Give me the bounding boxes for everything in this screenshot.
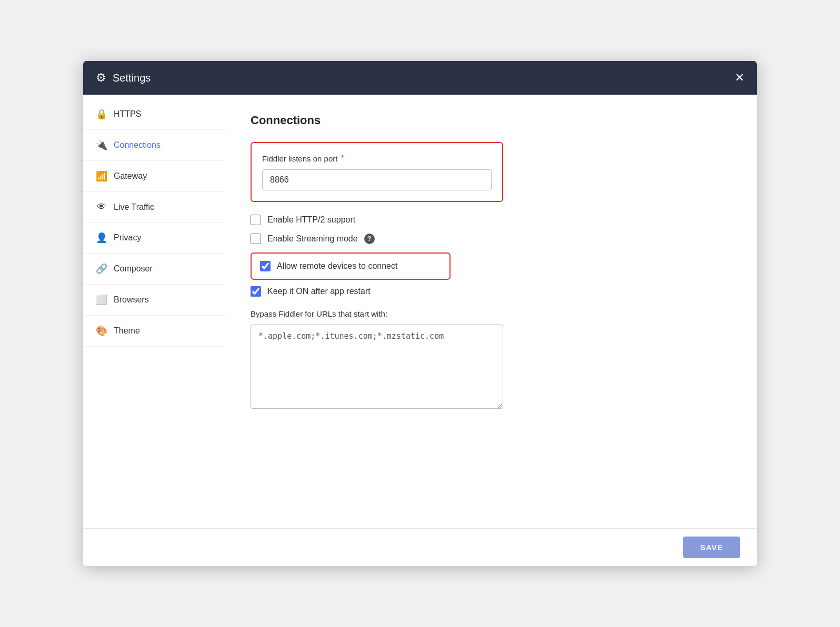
port-input[interactable] [262, 169, 492, 190]
streaming-checkbox[interactable] [251, 234, 261, 244]
main-layout: 🔒HTTPS🔌Connections📶Gateway👁Live Traffic👤… [83, 95, 757, 528]
keepon-checkbox[interactable] [251, 286, 261, 297]
http2-label[interactable]: Enable HTTP/2 support [267, 215, 355, 225]
close-button[interactable]: ✕ [735, 72, 744, 84]
sidebar-item-connections[interactable]: 🔌Connections [83, 130, 225, 161]
http2-checkbox[interactable] [251, 215, 261, 225]
port-label: Fiddler listens on port * [262, 154, 492, 163]
footer: SAVE [83, 528, 757, 566]
streaming-row: Enable Streaming mode ? [251, 234, 732, 244]
sidebar-item-label-gateway: Gateway [114, 171, 147, 181]
remote-row: Allow remote devices to connect [260, 261, 441, 271]
sidebar-item-label-privacy: Privacy [114, 233, 141, 242]
sidebar-item-theme[interactable]: 🎨Theme [83, 316, 225, 347]
theme-icon: 🎨 [96, 325, 107, 337]
bypass-textarea[interactable] [251, 325, 503, 409]
sidebar-item-composer[interactable]: 🔗Composer [83, 254, 225, 285]
sidebar-item-label-connections: Connections [114, 140, 161, 150]
bypass-section: Bypass Fiddler for URLs that start with: [251, 309, 732, 411]
keepon-label[interactable]: Keep it ON after app restart [267, 287, 371, 296]
http2-row: Enable HTTP/2 support [251, 215, 732, 225]
https-icon: 🔒 [96, 108, 107, 120]
sidebar-item-gateway[interactable]: 📶Gateway [83, 161, 225, 192]
title-bar: ⚙ Settings ✕ [83, 61, 757, 95]
remote-label[interactable]: Allow remote devices to connect [277, 261, 397, 271]
sidebar-item-https[interactable]: 🔒HTTPS [83, 99, 225, 130]
sidebar-item-browsers[interactable]: ⬜Browsers [83, 285, 225, 316]
sidebar-item-label-composer: Composer [114, 264, 153, 274]
composer-icon: 🔗 [96, 263, 107, 275]
bypass-label: Bypass Fiddler for URLs that start with: [251, 309, 732, 318]
gear-icon: ⚙ [96, 71, 106, 85]
gateway-icon: 📶 [96, 170, 107, 182]
save-button[interactable]: SAVE [683, 537, 740, 558]
page-title: Connections [251, 114, 732, 127]
remote-section-wrapper: Allow remote devices to connect Keep it … [251, 252, 732, 297]
keepon-row: Keep it ON after app restart [251, 286, 732, 297]
streaming-label[interactable]: Enable Streaming mode [267, 234, 358, 244]
settings-dialog: ⚙ Settings ✕ 🔒HTTPS🔌Connections📶Gateway👁… [83, 61, 757, 566]
required-indicator: * [341, 154, 344, 163]
sidebar-item-privacy[interactable]: 👤Privacy [83, 223, 225, 254]
title-bar-left: ⚙ Settings [96, 71, 151, 85]
content-area: Connections Fiddler listens on port * En… [225, 95, 757, 528]
live-traffic-icon: 👁 [96, 201, 107, 213]
remote-checkbox[interactable] [260, 261, 271, 271]
dialog-title: Settings [113, 72, 151, 84]
sidebar-item-live-traffic[interactable]: 👁Live Traffic [83, 192, 225, 223]
remote-devices-section: Allow remote devices to connect [251, 252, 451, 280]
sidebar-item-label-theme: Theme [114, 326, 140, 336]
help-icon[interactable]: ? [364, 234, 375, 244]
sidebar: 🔒HTTPS🔌Connections📶Gateway👁Live Traffic👤… [83, 95, 225, 528]
sidebar-item-label-live-traffic: Live Traffic [114, 203, 154, 212]
browsers-icon: ⬜ [96, 294, 107, 306]
sidebar-item-label-browsers: Browsers [114, 295, 149, 305]
sidebar-item-label-https: HTTPS [114, 109, 141, 119]
connections-icon: 🔌 [96, 139, 107, 151]
port-section: Fiddler listens on port * [251, 142, 503, 202]
privacy-icon: 👤 [96, 232, 107, 244]
